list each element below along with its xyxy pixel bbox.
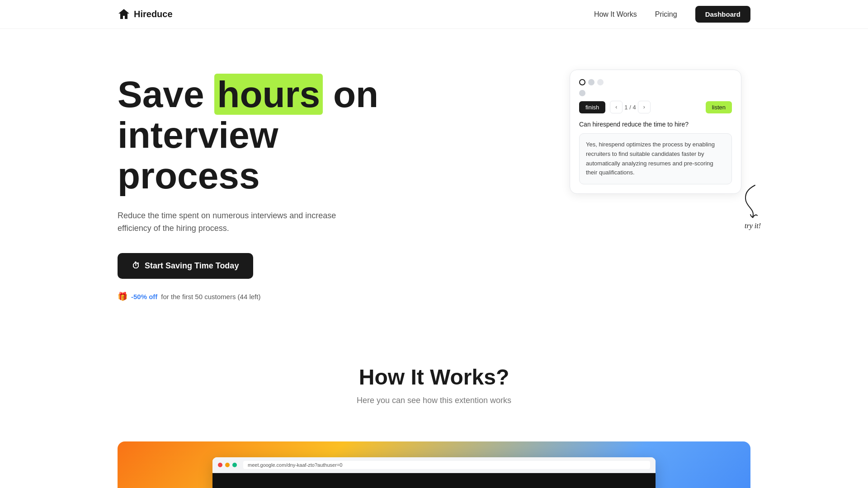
browser-dot-red — [218, 463, 222, 467]
hero-subtitle: Reduce the time spent on numerous interv… — [118, 209, 353, 235]
nav-how-it-works[interactable]: How It Works — [594, 10, 637, 19]
browser-content: finish ‹ 1 / 8 › listen What is the virt… — [212, 473, 656, 488]
try-it-area: try it! — [741, 183, 764, 230]
hero-left: Save hours oninterviewprocess Reduce the… — [118, 65, 443, 301]
promo-text: 🎁 -50% off for the first 50 customers (4… — [118, 291, 443, 301]
cta-label: Start Saving Time Today — [145, 261, 239, 271]
hero-title: Save hours oninterviewprocess — [118, 74, 443, 197]
browser-topbar: meet.google.com/dny-kaaf-zto?authuser=0 — [212, 457, 656, 473]
nav-arrows: ‹ 1 / 4 › — [610, 101, 650, 113]
demo-browser-mockup: meet.google.com/dny-kaaf-zto?authuser=0 … — [212, 457, 656, 488]
browser-url: meet.google.com/dny-kaaf-zto?authuser=0 — [243, 461, 650, 469]
promo-description: for the first 50 customers (44 left) — [161, 293, 260, 300]
try-it-arrow-svg — [741, 183, 764, 219]
dot-1 — [579, 79, 585, 85]
title-part1: Save — [118, 74, 214, 115]
promo-badge: -50% off — [131, 293, 157, 300]
widget-answer-text: Yes, hirespend optimizes the process by … — [586, 141, 715, 176]
cta-area: ⏱ Start Saving Time Today — [118, 253, 443, 288]
widget-controls: finish ‹ 1 / 4 › listen — [579, 101, 732, 113]
browser-dot-yellow — [225, 463, 230, 467]
demo-image-container: meet.google.com/dny-kaaf-zto?authuser=0 … — [118, 441, 750, 488]
dot-4 — [579, 90, 585, 96]
dot-3 — [597, 79, 604, 85]
navbar-links: How It Works Pricing Dashboard — [594, 6, 750, 23]
how-it-works-section: How It Works? Here you can see how this … — [0, 328, 868, 423]
title-highlight: hours — [214, 74, 323, 115]
cta-button[interactable]: ⏱ Start Saving Time Today — [118, 253, 253, 279]
widget-question: Can hirespend reduce the time to hire? — [579, 121, 732, 128]
demo-widget: finish ‹ 1 / 4 › listen Can hirespend re… — [570, 70, 741, 194]
dashboard-button[interactable]: Dashboard — [695, 6, 750, 23]
listen-button[interactable]: listen — [706, 101, 732, 113]
logo-text: Hireduce — [134, 9, 173, 19]
next-button[interactable]: › — [638, 101, 651, 113]
hero-section: Save hours oninterviewprocess Reduce the… — [0, 29, 868, 328]
try-it-label: try it! — [745, 222, 761, 230]
logo-link[interactable]: Hireduce — [118, 8, 173, 21]
clock-icon: ⏱ — [132, 261, 140, 271]
gift-icon: 🎁 — [118, 291, 127, 301]
nav-pricing[interactable]: Pricing — [655, 10, 677, 19]
widget-answer: Yes, hirespend optimizes the process by … — [579, 133, 732, 184]
prev-button[interactable]: ‹ — [610, 101, 623, 113]
widget-dots — [579, 79, 732, 85]
navbar: Hireduce How It Works Pricing Dashboard — [0, 0, 868, 29]
dot-2 — [588, 79, 594, 85]
page-indicator: 1 / 4 — [624, 104, 636, 111]
section-subtitle: Here you can see how this extention work… — [118, 396, 750, 405]
hero-right: finish ‹ 1 / 4 › listen Can hirespend re… — [570, 65, 750, 194]
browser-dot-green — [232, 463, 237, 467]
section-title: How It Works? — [118, 365, 750, 389]
finish-button[interactable]: finish — [579, 101, 605, 113]
logo-icon — [118, 8, 130, 21]
